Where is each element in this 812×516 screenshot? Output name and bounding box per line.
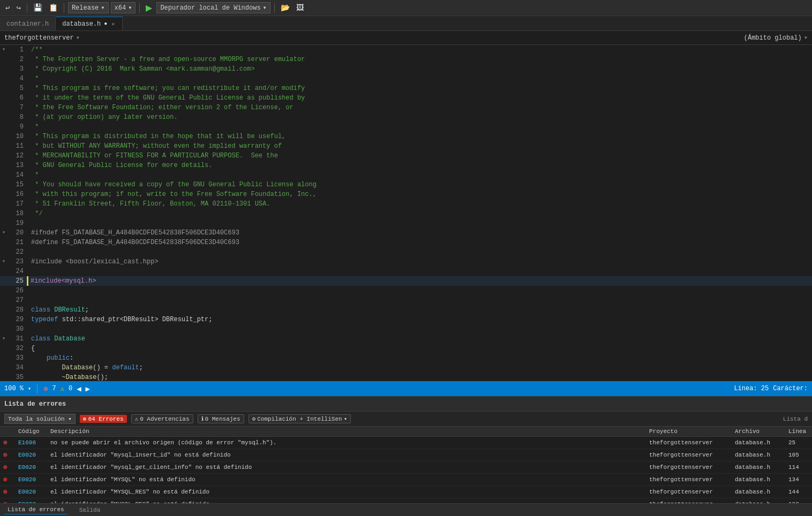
error-panel-title: Lista de errores	[4, 400, 66, 408]
error-code-link[interactable]: E1696	[18, 439, 36, 446]
error-file-cell: database.h	[732, 486, 785, 498]
error-line-cell: 134	[785, 474, 812, 486]
filter-icon: ⚙	[252, 415, 256, 422]
error-row-icon: ⊗	[3, 488, 7, 496]
status-bar: 100 % ▾ ⊗ 7 ⚠ 0 ◀ ▶ Línea: 25 Carácter:	[0, 381, 812, 396]
error-code-cell[interactable]: E0020	[15, 461, 47, 474]
error-row-icon: ⊗	[3, 439, 7, 447]
error-desc-cell: el identificador "mysql_get_client_info"…	[47, 461, 646, 474]
line-29: 29 typedef std::shared_ptr<DBResult> DBR…	[0, 315, 812, 324]
platform-chevron: ▾	[128, 4, 132, 12]
error-code-cell[interactable]: E0020	[15, 474, 47, 486]
platform-dropdown[interactable]: x64 ▾	[111, 2, 136, 13]
path-chevron: ▾	[76, 34, 80, 42]
fold-31[interactable]: ▾	[0, 334, 7, 344]
error-line-cell: 105	[785, 449, 812, 461]
line-23: ▾ 23 #include <boost/lexical_cast.hpp>	[0, 257, 812, 267]
line-9: 9 *	[0, 122, 812, 132]
error-code-link[interactable]: E0020	[18, 464, 36, 471]
debugger-dropdown[interactable]: Depurador local de Windows ▾	[156, 2, 270, 13]
tab-bar: container.h database.h ● ✕	[0, 16, 812, 31]
char-info: Carácter:	[773, 385, 808, 392]
error-type-cell: ⊗	[0, 449, 15, 461]
tab-output[interactable]: Salida	[76, 506, 104, 514]
line-6: 6 * it under the terms of the GNU Genera…	[0, 93, 812, 103]
line-24: 24	[0, 267, 812, 276]
error-code-cell[interactable]: E0020	[15, 498, 47, 504]
error-code-cell[interactable]: E1696	[15, 437, 47, 449]
errors-badge[interactable]: ⊗ 64 Errores	[80, 415, 127, 423]
line-10: 10 * This program is distributed in the …	[0, 132, 812, 141]
col-header-line[interactable]: Línea	[785, 427, 812, 437]
error-code-link[interactable]: E0020	[18, 501, 36, 503]
fold-1[interactable]: ▾	[0, 45, 7, 55]
error-desc-cell: el identificador "MYSQL_RES" no está def…	[47, 498, 646, 504]
open-file-icon[interactable]: 📂	[279, 2, 292, 13]
redo-icon[interactable]: ↪	[14, 2, 22, 13]
line-21: 21 #define FS_DATABASE_H_A484B0CDFDE5428…	[0, 238, 812, 247]
error-code-cell[interactable]: E0020	[15, 486, 47, 498]
status-separator-1	[37, 384, 37, 393]
build-config-label: Release	[72, 4, 99, 12]
tab-container-h[interactable]: container.h	[0, 17, 56, 31]
code-editor[interactable]: ▾ 1 /** 2 * The Forgotten Server - a fre…	[0, 45, 812, 381]
col-header-code[interactable]: Código	[15, 427, 47, 437]
warning-count: 0	[69, 385, 72, 392]
warnings-badge[interactable]: ⚠ 0 Advertencias	[131, 414, 193, 423]
zoom-dropdown-icon[interactable]: ▾	[28, 385, 31, 392]
save-icon[interactable]: 💾	[31, 2, 44, 13]
error-file-cell: database.h	[732, 474, 785, 486]
col-header-file[interactable]: Archivo	[732, 427, 785, 437]
toolbar: ↩ ↪ 💾 📋 Release ▾ x64 ▾ ▶ Depurador loca…	[0, 0, 812, 16]
undo-icon[interactable]: ↩	[3, 2, 12, 13]
line-11: 11 * but WITHOUT ANY WARRANTY; without e…	[0, 141, 812, 151]
image-icon[interactable]: 🖼	[294, 3, 306, 13]
fold-23[interactable]: ▾	[0, 257, 7, 267]
scope-filter-chevron: ▾	[68, 416, 72, 422]
error-panel-toolbar: Toda la solución ▾ ⊗ 64 Errores ⚠ 0 Adve…	[0, 412, 812, 427]
save-all-icon[interactable]: 📋	[47, 2, 60, 13]
col-header-project[interactable]: Proyecto	[646, 427, 732, 437]
error-file-cell: database.h	[732, 461, 785, 474]
separator-3	[139, 3, 140, 13]
line-17: 17 * 51 Franklin Street, Fifth Floor, Bo…	[0, 199, 812, 209]
tab-database-h-label: database.h	[62, 20, 101, 28]
build-config-dropdown[interactable]: Release ▾	[68, 2, 109, 13]
error-code-link[interactable]: E0020	[18, 452, 36, 458]
project-name: theforgottenserver	[4, 34, 74, 42]
error-desc-cell: no se puede abrir el archivo origen (cód…	[47, 437, 646, 449]
tab-close-icon[interactable]: ✕	[110, 21, 116, 27]
table-row: ⊗E1696no se puede abrir el archivo orige…	[0, 437, 812, 449]
prev-error-button[interactable]: ◀	[77, 384, 81, 393]
tab-error-list[interactable]: Lista de errores	[4, 505, 67, 514]
error-code-link[interactable]: E0020	[18, 476, 36, 483]
debugger-label: Depurador local de Windows	[160, 4, 260, 12]
error-code-cell[interactable]: E0020	[15, 449, 47, 461]
line-15: 15 * You should have received a copy of …	[0, 180, 812, 189]
next-error-button[interactable]: ▶	[86, 384, 90, 393]
zoom-level: 100 %	[4, 385, 24, 392]
error-count: 7	[52, 385, 56, 392]
error-row-icon: ⊗	[3, 451, 7, 459]
error-type-cell: ⊗	[0, 437, 15, 449]
error-file-cell: database.h	[732, 437, 785, 449]
line-31: ▾ 31 class Database	[0, 334, 812, 344]
build-filter-dropdown[interactable]: ⚙ Compilación + IntelliSen ▾	[249, 414, 351, 423]
line-32: 32 {	[0, 344, 812, 353]
error-icon: ⊗	[43, 384, 48, 393]
error-tbody: ⊗E1696no se puede abrir el archivo orige…	[0, 437, 812, 504]
error-table-container[interactable]: Código Descripción Proyecto Archivo Líne…	[0, 427, 812, 503]
run-button[interactable]: ▶	[144, 3, 154, 13]
fold-20[interactable]: ▾	[0, 228, 7, 238]
error-project-cell: theforgottenserver	[646, 449, 732, 461]
messages-badge[interactable]: ℹ 0 Mensajes	[198, 414, 244, 423]
tab-modified-dot: ●	[104, 21, 107, 27]
error-project-cell: theforgottenserver	[646, 437, 732, 449]
line-25: 25 #include<mysql.h>	[0, 276, 812, 286]
tab-database-h[interactable]: database.h ● ✕	[56, 17, 123, 31]
scope-filter-dropdown[interactable]: Toda la solución ▾	[4, 414, 76, 424]
table-row: ⊗E0020el identificador "MYSQL_RES" no es…	[0, 498, 812, 504]
col-header-desc[interactable]: Descripción	[47, 427, 646, 437]
error-code-link[interactable]: E0020	[18, 489, 36, 495]
error-line-cell: 25	[785, 437, 812, 449]
